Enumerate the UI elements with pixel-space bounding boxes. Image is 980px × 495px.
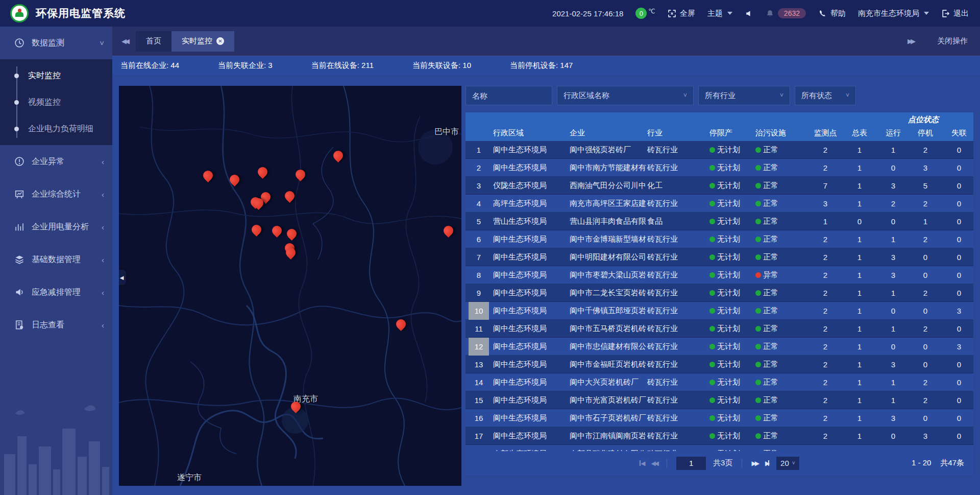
- prev-page-button[interactable]: ◀◀: [651, 460, 657, 467]
- sidebar-group-label: 应急减排管理: [32, 287, 81, 298]
- logout-button[interactable]: 退出: [941, 9, 969, 18]
- base-data-icon: [14, 254, 24, 265]
- last-page-button[interactable]: ▶: [765, 460, 769, 467]
- sidebar-group-2[interactable]: 企业综合统计‹: [0, 178, 112, 210]
- cell-total-meters: 1: [842, 414, 877, 422]
- status-dot-icon: [709, 380, 715, 385]
- page-number-input[interactable]: 1: [676, 457, 706, 470]
- help-button[interactable]: 帮助: [818, 9, 846, 18]
- fullscreen-button[interactable]: 全屏: [668, 9, 695, 18]
- cell-monitor-points: 2: [808, 378, 842, 387]
- chevron-collapsed-icon: ‹: [102, 190, 104, 199]
- cell-stopped: 3: [910, 163, 941, 172]
- cell-lost: 0: [941, 199, 973, 208]
- table-row[interactable]: 3仪陇生态环境局西南油气田分公司川中化工无计划正常71350: [465, 177, 973, 195]
- cell-stopped: 3: [910, 432, 941, 440]
- sidebar-item-label: 企业电力负荷明细: [28, 124, 93, 134]
- sidebar-group-3[interactable]: 企业用电量分析‹: [0, 210, 112, 243]
- cell-industry: 砖瓦行业: [646, 395, 708, 405]
- temperature-value: 0: [635, 8, 647, 19]
- chevron-down-icon: [727, 12, 732, 15]
- cell-running: 0: [877, 307, 910, 315]
- table-row[interactable]: 5营山生态环境局营山县润丰肉食品有限食品无计划正常10010: [465, 213, 973, 230]
- table-row[interactable]: 4高坪生态环境局南充市高坪区王家店建砖瓦行业无计划正常31220: [465, 195, 973, 213]
- tabs-scroll-left-button[interactable]: ◀◀: [121, 37, 128, 45]
- cell-stopped: 2: [910, 289, 941, 297]
- table-header-cols: 行政区域企业行业停限产治污设施监测点总表运行停机失联: [465, 125, 973, 141]
- cell-region: 阆中生态环境局: [492, 395, 569, 405]
- sidebar-group-0[interactable]: 数据监测˅: [0, 27, 112, 59]
- table-row[interactable]: 6阆中生态环境局阆中市金博瑞新型墙材砖瓦行业无计划正常21120: [465, 230, 973, 248]
- sidebar-item[interactable]: 实时监控: [0, 62, 112, 89]
- cell-region: 营山生态环境局: [492, 217, 569, 226]
- cell-limit-status: 无计划: [708, 324, 754, 334]
- chevron-collapsed-icon: ‹: [102, 255, 104, 264]
- region-select[interactable]: 行政区域名称 ˅: [557, 86, 694, 105]
- sidebar-item[interactable]: 视频监控: [0, 89, 112, 115]
- cell-facility-status: 正常: [754, 252, 808, 262]
- close-operations-button[interactable]: 关闭操作: [937, 36, 968, 46]
- column-header: 运行: [877, 128, 910, 138]
- column-header: 企业: [569, 128, 646, 138]
- table-row[interactable]: 17阆中生态环境局阆中市江南镇阆南页岩砖瓦行业无计划正常21030: [465, 427, 973, 445]
- tab-0[interactable]: 首页: [136, 31, 172, 52]
- table-row[interactable]: 16阆中生态环境局阆中市石子页岩机砖厂砖瓦行业无计划正常21300: [465, 409, 973, 427]
- tabs-scroll-right-button[interactable]: ▶▶: [908, 37, 914, 45]
- cell-stopped: 2: [910, 235, 941, 244]
- status-dot-icon: [709, 272, 715, 278]
- table-row[interactable]: 7阆中生态环境局阆中明阳建材有限公司砖瓦行业无计划正常21300: [465, 248, 973, 266]
- cell-total-meters: 1: [842, 163, 877, 172]
- close-icon[interactable]: ✕: [216, 37, 224, 45]
- cell-row-number: 14: [465, 373, 492, 391]
- sidebar: 数据监测˅实时监控视频监控企业电力负荷明细企业异常‹企业综合统计‹企业用电量分析…: [0, 27, 112, 495]
- table-row[interactable]: 15阆中生态环境局阆中市光富页岩机砖厂砖瓦行业无计划正常21120: [465, 391, 973, 409]
- sidebar-collapse-handle[interactable]: ◀: [119, 270, 126, 285]
- bullet-icon: [14, 74, 19, 78]
- name-search-input[interactable]: [465, 86, 552, 105]
- status-dot-icon: [755, 183, 761, 188]
- sidebar-group-label: 日志查看: [32, 320, 64, 331]
- table-row[interactable]: 11阆中生态环境局阆中市五马桥页岩机砖砖瓦行业无计划正常21120: [465, 320, 973, 338]
- tab-1[interactable]: 实时监控✕: [172, 31, 234, 52]
- next-page-button[interactable]: ▶▶: [751, 460, 757, 467]
- sidebar-group-1[interactable]: 企业异常‹: [0, 145, 112, 178]
- filter-bar: 行政区域名称 ˅ 所有行业 ˅ 所有状态 ˅: [465, 86, 973, 105]
- cell-monitor-points: 2: [808, 414, 842, 422]
- table-row[interactable]: 14阆中生态环境局阆中大兴页岩机砖厂砖瓦行业无计划正常21120: [465, 373, 973, 391]
- cell-limit-status: 无计划: [708, 395, 754, 405]
- chevron-collapsed-icon: ‹: [102, 288, 104, 297]
- notifications[interactable]: 2632: [766, 8, 806, 18]
- table-row[interactable]: 10阆中生态环境局阆中千佛镇五郎垭页岩砖瓦行业无计划正常21003: [465, 302, 973, 320]
- theme-dropdown[interactable]: 主题: [707, 9, 732, 18]
- industry-select[interactable]: 所有行业 ˅: [698, 86, 790, 105]
- table-row[interactable]: 2阆中生态环境局阆中市南方节能建材有砖瓦行业无计划正常21030: [465, 159, 973, 177]
- table-row[interactable]: 8阆中生态环境局阆中市枣碧大梁山页岩砖瓦行业无计划异常21300: [465, 266, 973, 284]
- sidebar-group-5[interactable]: 应急减排管理‹: [0, 276, 112, 309]
- cell-running: 3: [877, 414, 910, 422]
- cell-running: 3: [877, 360, 910, 369]
- total-rows-label: 共47条: [940, 458, 964, 468]
- table-row[interactable]: 1阆中生态环境局阆中强锐页岩砖厂砖瓦行业无计划正常21120: [465, 141, 973, 159]
- map-panel[interactable]: 巴中市南充市遂宁市 ◀: [119, 86, 461, 486]
- cell-region: 阆中生态环境局: [492, 360, 569, 369]
- first-page-button[interactable]: ◀: [640, 460, 644, 467]
- chevron-down-icon: ˅: [676, 92, 687, 99]
- sidebar-item[interactable]: 企业电力负荷明细: [0, 115, 112, 142]
- cell-stopped: 0: [910, 253, 941, 262]
- table-row[interactable]: 18南部生态环境局南部县瑞华建材有限公砖瓦行业无计划正常60060: [465, 445, 973, 451]
- status-select[interactable]: 所有状态 ˅: [795, 86, 856, 105]
- cell-monitor-points: 2: [808, 289, 842, 297]
- sound-button[interactable]: [745, 9, 753, 18]
- org-dropdown[interactable]: 南充市生态环境局: [858, 9, 929, 18]
- chevron-collapsed-icon: ‹: [102, 321, 104, 329]
- cell-facility-status: 正常: [754, 145, 808, 155]
- table-row[interactable]: 9阆中生态环境局阆中市二龙长宝页岩砖砖瓦行业无计划正常21120: [465, 284, 973, 302]
- table-row[interactable]: 12阆中生态环境局阆中市忠信建材有限公砖瓦行业无计划正常21003: [465, 338, 973, 356]
- page-size-select[interactable]: 20 ˅: [776, 457, 799, 470]
- cell-monitor-points: 2: [808, 324, 842, 333]
- cell-stopped: 1: [910, 217, 941, 226]
- phone-icon: [818, 9, 827, 18]
- sidebar-group-4[interactable]: 基础数据管理‹: [0, 243, 112, 276]
- table-row[interactable]: 13阆中生态环境局阆中市金福旺页岩机砖砖瓦行业无计划正常21300: [465, 356, 973, 373]
- sidebar-group-6[interactable]: 日志查看‹: [0, 309, 112, 341]
